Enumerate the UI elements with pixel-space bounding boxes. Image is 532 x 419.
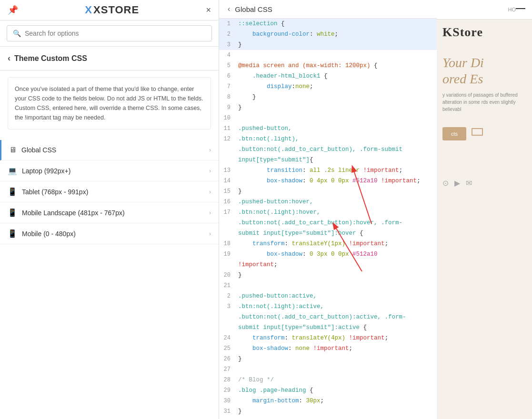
nav-item-left: 🖥 Global CSS <box>9 146 56 154</box>
info-text: Once you've isolated a part of theme tha… <box>15 86 203 121</box>
preview-outline-button <box>472 128 483 136</box>
code-line: 8 } <box>219 92 437 102</box>
line-number: 13 <box>219 166 236 175</box>
line-content: background-color: white; <box>236 30 437 39</box>
line-number: 16 <box>219 197 236 207</box>
preview-title-line2: ored Es <box>442 71 483 86</box>
preview-header: HO <box>437 0 532 20</box>
search-input-wrap[interactable]: 🔍 <box>7 25 212 41</box>
line-number: 32 <box>219 417 236 419</box>
search-icon: 🔍 <box>13 30 21 37</box>
code-line: 5 @media screen and (max-width: 1200px) … <box>219 60 437 71</box>
code-editor[interactable]: 1 ::selection { 2 background-color: whit… <box>219 19 437 419</box>
line-content: .pushed-button:hover, <box>236 197 437 207</box>
code-line: submit input[type="submit"]:active { <box>219 322 437 333</box>
line-content: display:none; <box>236 82 437 91</box>
line-content: .blog .wp-picture { <box>236 417 437 419</box>
nav-item-mobile-landscape[interactable]: 📱 Mobile Landscape (481px - 767px) › <box>0 202 219 223</box>
logo-text: XSTORE <box>93 4 139 16</box>
nav-item-global-css[interactable]: 🖥 Global CSS › <box>0 140 219 160</box>
nav-item-label: Mobile Landscape (481px - 767px) <box>22 209 125 217</box>
code-line: 6 .header-html_block1 { <box>219 71 437 81</box>
code-line: 1 ::selection { <box>219 19 437 29</box>
code-line: 26 } <box>219 354 437 364</box>
left-panel: 📌 X XSTORE × 🔍 ‹ Theme Custom CSS Once y… <box>0 0 219 419</box>
tablet-icon: 📱 <box>8 187 17 196</box>
code-line: 30 margin-bottom: 30px; <box>219 396 437 406</box>
code-line: 21 <box>219 280 437 291</box>
send-icon: ✉ <box>466 179 472 188</box>
code-line: 2 .pushed-button:active, <box>219 291 437 301</box>
code-line: 14 box-shadow: 0 4px 0 0px #512a10 !impo… <box>219 176 437 186</box>
nav-item-label: Mobile (0 - 480px) <box>22 230 76 238</box>
line-content: } <box>236 40 437 50</box>
code-line: 19 box-shadow: 0 3px 0 0px #512a10 <box>219 249 437 259</box>
preview-title-line1: Your Di <box>442 55 484 70</box>
code-line: 25 box-shadow: none !important; <box>219 343 437 354</box>
code-line: 29 .blog .page-heading { <box>219 385 437 396</box>
code-line: 7 display:none; <box>219 81 437 92</box>
line-content: } <box>236 407 437 416</box>
line-content <box>236 113 437 123</box>
nav-item-left: 📱 Mobile Landscape (481px - 767px) <box>8 208 125 217</box>
nav-item-laptop[interactable]: 💻 Laptop (992px+) › <box>0 160 219 181</box>
laptop-icon: 💻 <box>8 166 17 175</box>
preview-title: Your Di ored Es <box>442 55 526 87</box>
close-button[interactable]: × <box>206 5 211 15</box>
line-content: transform: translateY(4px) !important; <box>236 333 437 343</box>
editor-back-arrow-icon[interactable]: ‹ <box>228 5 230 13</box>
line-content: @media screen and (max-width: 1200px) { <box>236 61 437 70</box>
line-content: .btn:not(.light), <box>236 134 437 144</box>
line-number: 27 <box>219 365 236 374</box>
nav-item-mobile[interactable]: 📱 Mobile (0 - 480px) › <box>0 223 219 244</box>
code-line: .button:not(.add_to_cart_button):active,… <box>219 312 437 322</box>
code-line: 28 /* Blog */ <box>219 375 437 385</box>
line-number: 4 <box>219 50 236 60</box>
line-content: .btn:not(.light):hover, <box>236 208 437 217</box>
pin-icon[interactable]: 📌 <box>8 5 18 15</box>
line-number: 2 <box>219 30 236 39</box>
line-number: 24 <box>219 333 236 343</box>
circle-icon: ⊙ <box>442 179 449 188</box>
preview-social-icons: ⊙ ▶ ✉ <box>442 179 526 188</box>
line-number: 30 <box>219 396 236 406</box>
line-number: 28 <box>219 375 236 385</box>
youtube-icon: ▶ <box>454 179 460 188</box>
top-bar: 📌 X XSTORE × <box>0 0 219 20</box>
code-line: 32 .blog .wp-picture { <box>219 417 437 419</box>
monitor-icon: 🖥 <box>9 146 17 154</box>
preview-body-text: y variations of passages of buffered alt… <box>442 91 526 113</box>
line-content: transition: all .2s linear !important; <box>236 166 437 175</box>
line-content: } <box>236 103 437 112</box>
search-input[interactable] <box>25 30 206 37</box>
line-content <box>236 365 437 374</box>
code-line: 3 } <box>219 40 437 50</box>
code-line: 24 transform: translateY(4px) !important… <box>219 333 437 343</box>
line-content: .header-html_block1 { <box>236 71 437 81</box>
nav-item-left: 💻 Laptop (992px+) <box>8 166 70 175</box>
chevron-right-icon: › <box>209 168 211 174</box>
line-number: 29 <box>219 386 236 395</box>
nav-item-tablet[interactable]: 📱 Tablet (768px - 991px) › <box>0 181 219 202</box>
line-number: 5 <box>219 61 236 70</box>
line-content: } <box>236 187 437 196</box>
code-line: 13 transition: all .2s linear !important… <box>219 165 437 176</box>
code-line: 15 } <box>219 186 437 197</box>
line-number: 14 <box>219 176 236 186</box>
logo-x: X <box>85 4 92 16</box>
line-number: 1 <box>219 19 236 29</box>
line-number: 3 <box>219 302 236 311</box>
line-content: submit input[type="submit"]:hover { <box>236 229 437 238</box>
line-content: .btn:not(.light):active, <box>236 302 437 311</box>
back-nav-label: Theme Custom CSS <box>14 54 87 63</box>
line-number: 26 <box>219 354 236 364</box>
nav-item-label: Tablet (768px - 991px) <box>22 188 88 196</box>
line-content: box-shadow: none !important; <box>236 344 437 353</box>
line-number: 20 <box>219 270 236 280</box>
code-line: 11 .pushed-button, <box>219 123 437 134</box>
nav-item-left: 📱 Mobile (0 - 480px) <box>8 229 76 238</box>
code-line: 10 <box>219 113 437 123</box>
preview-store-name: KStore <box>437 20 532 45</box>
line-content: } <box>236 92 437 102</box>
back-nav[interactable]: ‹ Theme Custom CSS <box>0 47 219 70</box>
